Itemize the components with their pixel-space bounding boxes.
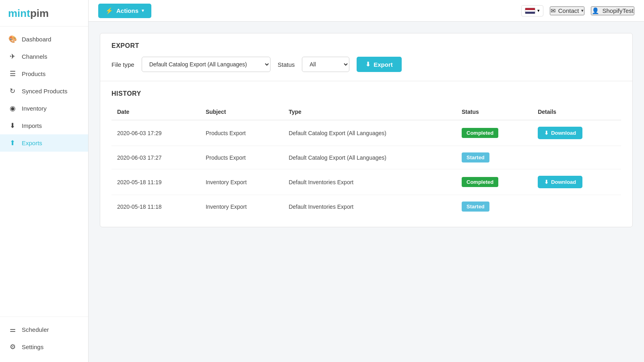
actions-label: Actions	[116, 7, 138, 14]
status-badge: Completed	[462, 177, 498, 187]
actions-chevron-icon: ▾	[142, 8, 144, 13]
sidebar-item-label: Dashboard	[22, 36, 51, 43]
contact-label: Contact	[558, 7, 579, 14]
export-row: File type Default Catalog Export (All La…	[111, 57, 621, 72]
sidebar-item-products[interactable]: ☰ Products	[0, 65, 88, 82]
download-button[interactable]: ⬇ Download	[538, 127, 582, 139]
imports-icon: ⬇	[8, 121, 17, 130]
logo-pim: pim	[30, 7, 49, 19]
cell-type: Default Inventories Export	[283, 195, 456, 218]
cell-status: Completed	[456, 169, 532, 195]
sidebar: mintpim 🎨 Dashboard ✈ Channels ☰ Product…	[0, 0, 89, 362]
synced-products-icon: ↻	[8, 87, 17, 95]
language-selector[interactable]: ▾	[521, 5, 543, 16]
channels-icon: ✈	[8, 52, 17, 61]
cell-date: 2020-06-03 17:27	[111, 146, 200, 169]
status-badge: Completed	[462, 128, 498, 138]
export-card: EXPORT File type Default Catalog Export …	[100, 33, 633, 227]
cell-subject: Products Export	[200, 120, 283, 146]
sidebar-item-label: Exports	[22, 140, 42, 146]
contact-chevron-icon: ▾	[581, 8, 584, 13]
topbar-left: ⚡ Actions ▾	[98, 4, 151, 18]
col-status: Status	[456, 105, 532, 120]
dashboard-icon: 🎨	[8, 35, 17, 43]
export-button[interactable]: ⬇ Export	[357, 57, 402, 72]
exports-icon: ⬆	[8, 139, 17, 147]
topbar-right: ▾ ✉ Contact ▾ 👤 ShopifyTest	[521, 5, 634, 16]
cell-status: Completed	[456, 120, 532, 146]
topbar: ⚡ Actions ▾ ▾ ✉ Contact ▾ 👤 ShopifyTest	[89, 0, 644, 22]
sidebar-item-label: Synced Products	[22, 88, 67, 95]
logo: mintpim	[0, 0, 88, 27]
table-row: 2020-06-03 17:29 Products Export Default…	[111, 120, 621, 146]
user-button[interactable]: 👤 ShopifyTest	[591, 6, 634, 15]
col-details: Details	[532, 105, 621, 120]
sidebar-item-exports[interactable]: ⬆ Exports	[0, 134, 88, 152]
file-type-select[interactable]: Default Catalog Export (All Languages) C…	[142, 57, 270, 72]
cell-details: ⬇ Download	[532, 120, 621, 146]
table-header: Date Subject Type Status Details	[111, 105, 621, 120]
actions-lightning-icon: ⚡	[105, 7, 113, 14]
status-select[interactable]: All Completed Started Failed	[302, 57, 349, 72]
cell-details	[532, 146, 621, 169]
settings-icon: ⚙	[8, 343, 17, 351]
history-section: HISTORY Date Subject Type Status Details…	[100, 81, 632, 227]
actions-button[interactable]: ⚡ Actions ▾	[98, 4, 151, 18]
sidebar-item-label: Products	[22, 70, 45, 77]
cell-type: Default Catalog Export (All Languages)	[283, 120, 456, 146]
flag-icon	[525, 8, 535, 14]
status-badge: Started	[462, 202, 489, 212]
sidebar-item-channels[interactable]: ✈ Channels	[0, 48, 88, 65]
sidebar-item-label: Scheduler	[22, 326, 49, 333]
sidebar-item-settings[interactable]: ⚙ Settings	[0, 338, 88, 356]
products-icon: ☰	[8, 70, 17, 78]
main-content: ⚡ Actions ▾ ▾ ✉ Contact ▾ 👤 ShopifyTest	[89, 0, 644, 362]
cell-date: 2020-05-18 11:18	[111, 195, 200, 218]
export-section: EXPORT File type Default Catalog Export …	[100, 33, 632, 81]
status-badge: Started	[462, 152, 489, 162]
sidebar-item-label: Channels	[22, 53, 47, 60]
cell-date: 2020-06-03 17:29	[111, 120, 200, 146]
export-button-label: Export	[374, 61, 393, 68]
user-circle-icon: 👤	[592, 7, 599, 14]
cell-details: ⬇ Download	[532, 169, 621, 195]
cell-date: 2020-05-18 11:19	[111, 169, 200, 195]
sidebar-nav: 🎨 Dashboard ✈ Channels ☰ Products ↻ Sync…	[0, 27, 88, 317]
sidebar-item-imports[interactable]: ⬇ Imports	[0, 117, 88, 134]
export-download-icon: ⬇	[365, 61, 371, 68]
download-button[interactable]: ⬇ Download	[538, 176, 582, 188]
table-row: 2020-05-18 11:19 Inventory Export Defaul…	[111, 169, 621, 195]
sidebar-item-label: Settings	[22, 343, 43, 350]
table-row: 2020-06-03 17:27 Products Export Default…	[111, 146, 621, 169]
cell-type: Default Inventories Export	[283, 169, 456, 195]
contact-button[interactable]: ✉ Contact ▾	[550, 6, 585, 15]
table-body: 2020-06-03 17:29 Products Export Default…	[111, 120, 621, 218]
sidebar-bottom: ⚌ Scheduler ⚙ Settings	[0, 317, 88, 362]
language-chevron-icon: ▾	[537, 8, 540, 13]
sidebar-item-inventory[interactable]: ◉ Inventory	[0, 100, 88, 117]
sidebar-item-scheduler[interactable]: ⚌ Scheduler	[0, 321, 88, 338]
history-title: HISTORY	[111, 90, 621, 97]
cell-type: Default Catalog Export (All Languages)	[283, 146, 456, 169]
sidebar-item-synced-products[interactable]: ↻ Synced Products	[0, 82, 88, 100]
col-type: Type	[283, 105, 456, 120]
status-label: Status	[278, 61, 295, 68]
user-label: ShopifyTest	[602, 7, 634, 14]
page-content: EXPORT File type Default Catalog Export …	[89, 22, 644, 362]
sidebar-item-dashboard[interactable]: 🎨 Dashboard	[0, 31, 88, 48]
cell-subject: Inventory Export	[200, 195, 283, 218]
cell-status: Started	[456, 146, 532, 169]
cell-status: Started	[456, 195, 532, 218]
scheduler-icon: ⚌	[8, 325, 17, 334]
contact-envelope-icon: ✉	[551, 7, 556, 14]
download-icon: ⬇	[544, 179, 549, 185]
history-table: Date Subject Type Status Details 2020-06…	[111, 105, 621, 218]
sidebar-item-label: Inventory	[22, 105, 47, 112]
export-title: EXPORT	[111, 42, 621, 49]
cell-subject: Products Export	[200, 146, 283, 169]
table-row: 2020-05-18 11:18 Inventory Export Defaul…	[111, 195, 621, 218]
inventory-icon: ◉	[8, 104, 17, 113]
file-type-label: File type	[111, 61, 134, 68]
logo-mint: mint	[8, 7, 30, 19]
cell-details	[532, 195, 621, 218]
